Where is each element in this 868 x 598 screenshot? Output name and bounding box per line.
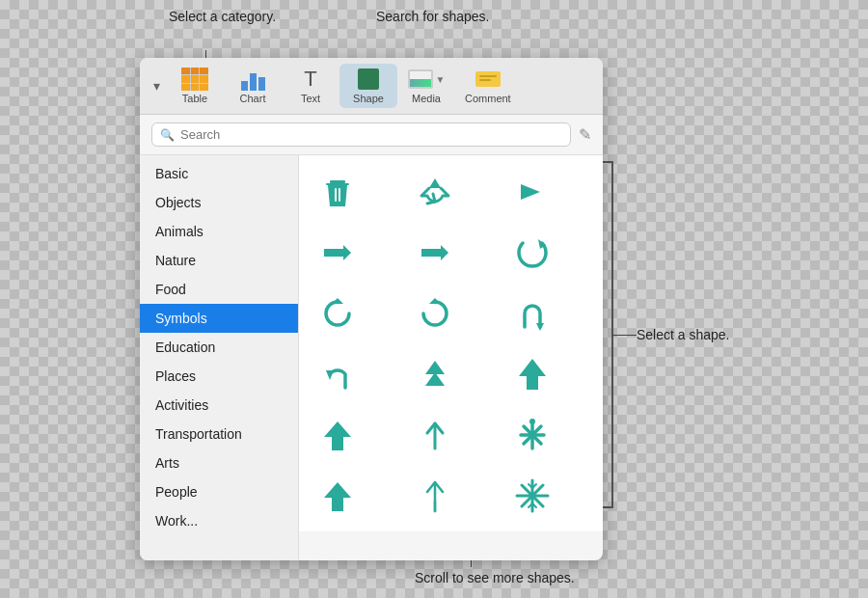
category-places[interactable]: Places (140, 362, 298, 391)
svg-marker-15 (324, 421, 351, 450)
shape-uturn[interactable] (503, 286, 561, 340)
toolbar-table[interactable]: Table (166, 64, 224, 108)
svg-marker-12 (425, 361, 445, 374)
scroll-annotation: Scroll to see more shapes. (415, 569, 575, 588)
shape-bracket-arrow (612, 335, 637, 336)
chart-icon (237, 68, 268, 91)
search-input-wrap[interactable]: 🔍 (151, 122, 571, 147)
shapes-wrapper (299, 155, 603, 560)
category-animals[interactable]: Animals (140, 217, 298, 246)
shape-arrow-up-thin[interactable] (406, 408, 464, 461)
toolbar-shape[interactable]: Shape (339, 64, 397, 108)
shape-snowflake[interactable] (503, 469, 561, 522)
search-shapes-annotation: Search for shapes. (376, 8, 490, 27)
select-shape-annotation: Select a shape. (637, 326, 730, 345)
toolbar-prefix: ▾ (148, 78, 166, 94)
category-basic[interactable]: Basic (140, 159, 298, 188)
svg-rect-3 (339, 188, 340, 202)
toolbar-media-label: Media (412, 93, 441, 104)
svg-point-21 (529, 419, 535, 424)
svg-marker-5 (324, 245, 351, 260)
toolbar-chart-label: Chart (240, 93, 266, 104)
svg-marker-10 (536, 323, 544, 331)
content-area: Basic Objects Animals Nature Food Symbol… (140, 155, 603, 560)
category-people[interactable]: People (140, 477, 298, 506)
toolbar-comment-label: Comment (465, 93, 511, 104)
shape-arrow-up-star[interactable] (503, 408, 561, 461)
shape-circular-arrows[interactable] (503, 226, 561, 279)
toolbar-media[interactable]: ▼ Media (397, 64, 455, 108)
shape-arrow-up-outline[interactable] (309, 408, 366, 461)
shapes-grid (299, 155, 603, 531)
toolbar-comment[interactable]: Comment (455, 64, 521, 108)
category-activities[interactable]: Activities (140, 391, 298, 420)
shape-recycle[interactable] (406, 165, 464, 218)
svg-marker-14 (519, 359, 546, 390)
search-input[interactable] (180, 127, 562, 142)
category-nature[interactable]: Nature (140, 246, 298, 275)
category-objects[interactable]: Objects (140, 188, 298, 217)
shape-circular-ccw[interactable] (406, 286, 464, 340)
category-arts[interactable]: Arts (140, 448, 298, 477)
shape-arrow-right-2[interactable] (406, 226, 464, 279)
comment-icon (473, 68, 503, 91)
shape-arrow-up-filled[interactable] (503, 347, 561, 400)
toolbar-chart[interactable]: Chart (224, 64, 282, 108)
toolbar-text-label: Text (301, 93, 320, 104)
search-icon: 🔍 (160, 128, 175, 142)
toolbar-table-label: Table (182, 93, 207, 104)
svg-rect-1 (326, 183, 349, 185)
svg-rect-2 (335, 188, 337, 202)
media-icon: ▼ (411, 68, 442, 91)
select-category-annotation: Select a category. (169, 8, 276, 27)
category-list: Basic Objects Animals Nature Food Symbol… (140, 155, 299, 560)
toolbar-text[interactable]: T Text (282, 64, 339, 108)
shape-arrow-up-angled[interactable] (309, 469, 366, 522)
category-education[interactable]: Education (140, 333, 298, 362)
shape-arrow-up-double[interactable] (406, 347, 464, 400)
shape-circular-cw[interactable] (309, 286, 366, 340)
shape-turn-left[interactable] (309, 347, 366, 400)
text-icon: T (295, 68, 326, 91)
toolbar: ▾ Table (140, 58, 603, 115)
shape-arrow-right-1[interactable] (309, 226, 366, 279)
search-bar: 🔍 ✎ (140, 115, 603, 155)
svg-marker-4 (521, 184, 540, 200)
shape-right-solid[interactable] (503, 165, 561, 218)
category-work[interactable]: Work... (140, 506, 298, 535)
category-transportation[interactable]: Transportation (140, 420, 298, 448)
svg-marker-11 (326, 370, 334, 380)
pen-icon[interactable]: ✎ (579, 125, 591, 144)
shape-arrow-thin-up[interactable] (406, 469, 464, 522)
table-icon (179, 68, 210, 91)
toolbar-shape-label: Shape (353, 93, 384, 104)
svg-marker-6 (421, 245, 448, 260)
category-symbols[interactable]: Symbols (140, 304, 298, 333)
category-food[interactable]: Food (140, 275, 298, 304)
shape-trash[interactable] (309, 165, 366, 218)
shape-picker-panel: ▾ Table (140, 58, 603, 560)
svg-rect-0 (330, 180, 345, 183)
shape-icon (353, 68, 384, 91)
svg-marker-13 (425, 372, 445, 386)
svg-marker-22 (324, 482, 351, 511)
